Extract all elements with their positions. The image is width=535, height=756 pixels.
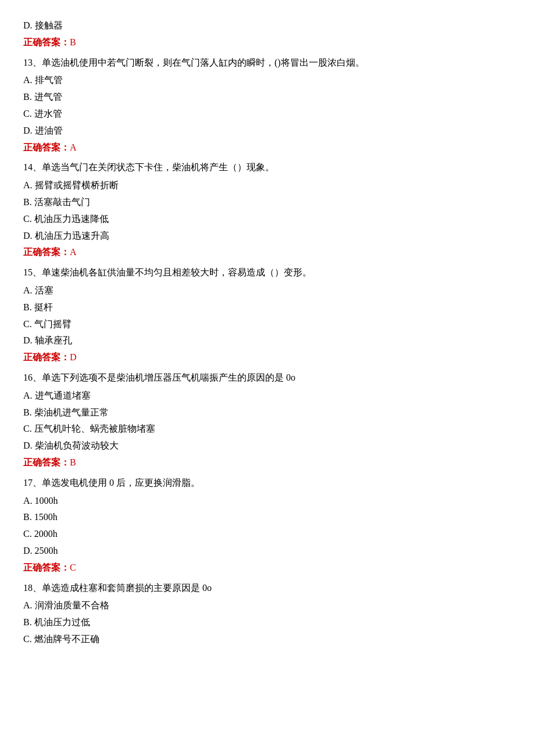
- option-a-13: A. 排气管: [23, 72, 512, 89]
- option-c-16: C. 压气机叶轮、蜗壳被脏物堵塞: [23, 421, 512, 438]
- answer-15: 正确答案：D: [23, 349, 512, 366]
- question-text-13: 13、单选油机使用中若气门断裂，则在气门落人缸内的瞬时，()将冒出一股浓白烟。: [23, 55, 512, 71]
- answer-label-16: 正确答案：: [23, 457, 70, 467]
- option-d-14: D. 机油压力迅速升高: [23, 228, 512, 245]
- answer-label-14: 正确答案：: [23, 247, 70, 257]
- option-a-15: A. 活塞: [23, 282, 512, 299]
- option-c-15: C. 气门摇臂: [23, 316, 512, 333]
- option-b-14: B. 活塞敲击气门: [23, 194, 512, 211]
- question-block-16: 16、单选下列选项不是柴油机增压器压气机喘振产生的原因的是 0o A. 进气通道…: [23, 370, 512, 471]
- option-a-18: A. 润滑油质量不合格: [23, 597, 512, 614]
- answer-value-16: B: [70, 457, 76, 467]
- option-c-17: C. 2000h: [23, 526, 512, 543]
- question-text-14: 14、单选当气门在关闭状态下卡住，柴油机将产生（）现象。: [23, 159, 512, 176]
- answer-label-17: 正确答案：: [23, 562, 70, 572]
- answer-prev: 正确答案：B: [23, 34, 512, 51]
- question-block-17: 17、单选发电机使用 0 后，应更换润滑脂。 A. 1000h B. 1500h…: [23, 475, 512, 576]
- option-d-17: D. 2500h: [23, 543, 512, 560]
- option-a-16: A. 进气通道堵塞: [23, 388, 512, 404]
- answer-value-15: D: [70, 352, 77, 362]
- option-a-17: A. 1000h: [23, 493, 512, 510]
- option-c-14: C. 机油压力迅速降低: [23, 211, 512, 228]
- answer-17: 正确答案：C: [23, 560, 512, 576]
- answer-14: 正确答案：A: [23, 244, 512, 261]
- question-block-prev-d: D. 接触器 正确答案：B: [23, 17, 512, 51]
- answer-13: 正确答案：A: [23, 139, 512, 156]
- answer-label-13: 正确答案：: [23, 142, 70, 152]
- answer-label-15: 正确答案：: [23, 352, 70, 362]
- option-b-13: B. 进气管: [23, 89, 512, 106]
- question-text-16: 16、单选下列选项不是柴油机增压器压气机喘振产生的原因的是 0o: [23, 370, 512, 386]
- question-block-13: 13、单选油机使用中若气门断裂，则在气门落人缸内的瞬时，()将冒出一股浓白烟。 …: [23, 55, 512, 156]
- answer-value-prev: B: [70, 37, 76, 47]
- answer-16: 正确答案：B: [23, 454, 512, 471]
- option-d-15: D. 轴承座孔: [23, 332, 512, 349]
- option-c-13: C. 进水管: [23, 106, 512, 123]
- answer-value-14: A: [70, 247, 77, 257]
- question-text-17: 17、单选发电机使用 0 后，应更换润滑脂。: [23, 475, 512, 492]
- answer-label-prev: 正确答案：: [23, 37, 70, 47]
- option-d-jiechugui: D. 接触器: [23, 17, 512, 34]
- question-text-18: 18、单选造成柱塞和套筒磨损的主要原因是 0o: [23, 580, 512, 597]
- answer-value-17: C: [70, 562, 76, 572]
- option-b-16: B. 柴油机进气量正常: [23, 404, 512, 421]
- option-b-17: B. 1500h: [23, 509, 512, 526]
- question-block-18: 18、单选造成柱塞和套筒磨损的主要原因是 0o A. 润滑油质量不合格 B. 机…: [23, 580, 512, 648]
- option-b-18: B. 机油压力过低: [23, 614, 512, 631]
- option-d-16: D. 柴油机负荷波动较大: [23, 438, 512, 454]
- option-a-14: A. 摇臂或摇臂横桥折断: [23, 177, 512, 194]
- option-c-18: C. 燃油牌号不正确: [23, 631, 512, 648]
- question-text-15: 15、单速柴油机各缸供油量不均匀且相差较大时，容易造成（）变形。: [23, 264, 512, 281]
- question-block-14: 14、单选当气门在关闭状态下卡住，柴油机将产生（）现象。 A. 摇臂或摇臂横桥折…: [23, 159, 512, 261]
- option-d-13: D. 进油管: [23, 123, 512, 139]
- option-b-15: B. 挺杆: [23, 299, 512, 316]
- answer-value-13: A: [70, 142, 77, 152]
- question-block-15: 15、单速柴油机各缸供油量不均匀且相差较大时，容易造成（）变形。 A. 活塞 B…: [23, 264, 512, 366]
